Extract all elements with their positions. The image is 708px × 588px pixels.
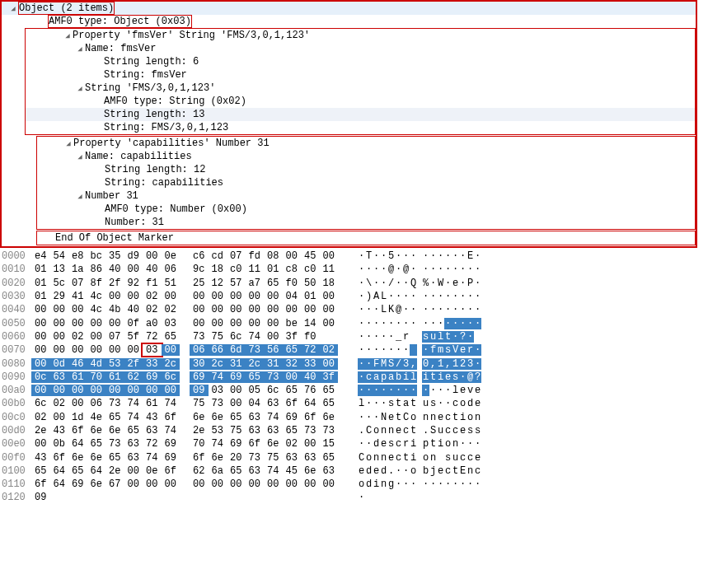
hex-byte[interactable]: 00: [227, 291, 246, 302]
hex-row[interactable]: 00d02e436f6e6e6563742e53756363657373.Con…: [0, 424, 705, 437]
hex-byte[interactable]: 00: [143, 478, 162, 490]
hex-byte[interactable]: 65: [264, 278, 283, 289]
hex-row[interactable]: 00a00000000000000000090300056c657665····…: [0, 384, 705, 397]
hex-byte[interactable]: 45: [283, 465, 302, 477]
hex-byte[interactable]: 65: [320, 452, 339, 464]
hex-byte[interactable]: 43: [143, 412, 162, 423]
hex-byte[interactable]: be: [283, 318, 302, 329]
hex-byte[interactable]: 65: [31, 465, 50, 477]
hex-byte[interactable]: 00: [50, 318, 69, 329]
hex-row[interactable]: 01106f64696e670000000000000000000000odin…: [0, 478, 705, 491]
hex-byte[interactable]: 00: [87, 318, 106, 329]
hex-byte[interactable]: 66: [209, 344, 227, 356]
hex-byte[interactable]: 03: [162, 318, 181, 329]
chevron-down-icon[interactable]: ◢: [75, 83, 85, 93]
hex-byte[interactable]: 73: [190, 331, 209, 343]
hex-byte[interactable]: 00: [162, 385, 181, 396]
hex-byte[interactable]: 6e: [190, 412, 209, 423]
hex-byte[interactable]: 65: [68, 465, 87, 477]
hex-byte[interactable]: 00: [246, 478, 265, 490]
hex-byte[interactable]: 00: [50, 344, 69, 356]
hex-byte[interactable]: 70: [190, 438, 209, 450]
hex-byte[interactable]: 6e: [87, 452, 106, 464]
hex-byte[interactable]: 74: [143, 452, 162, 464]
hex-byte[interactable]: 65: [320, 385, 339, 396]
hex-byte[interactable]: 6e: [301, 465, 320, 477]
hex-byte[interactable]: 00: [209, 304, 227, 315]
hex-byte[interactable]: 5c: [50, 278, 69, 289]
hex-byte[interactable]: 00: [320, 358, 339, 370]
hex-byte[interactable]: 08: [264, 250, 283, 262]
hex-byte[interactable]: 0f: [124, 318, 143, 329]
hex-byte[interactable]: 1d: [68, 412, 87, 423]
hex-byte[interactable]: 67: [105, 478, 124, 490]
hex-byte[interactable]: 72: [301, 344, 320, 356]
hex-byte[interactable]: 18: [209, 264, 227, 275]
hex-byte[interactable]: 00: [87, 385, 106, 396]
hex-row[interactable]: 00400000004c4b4002020000000000000000···L…: [0, 303, 705, 316]
hex-byte[interactable]: 15: [320, 438, 339, 450]
hex-byte[interactable]: 12: [209, 278, 227, 289]
hex-byte[interactable]: 69: [227, 371, 246, 383]
hex-byte[interactable]: 00: [264, 478, 283, 490]
hex-byte[interactable]: 6f: [68, 425, 87, 436]
tree-node-end[interactable]: End Of Object Marker: [37, 231, 695, 245]
hex-byte[interactable]: 6e: [68, 452, 87, 464]
hex-byte[interactable]: 00: [227, 304, 246, 315]
hex-byte[interactable]: 69: [162, 452, 181, 464]
hex-byte[interactable]: [320, 492, 339, 503]
tree-node[interactable]: AMF0 type: String (0x02): [26, 95, 695, 108]
hex-byte[interactable]: 75: [264, 452, 283, 464]
hex-byte[interactable]: 74: [124, 412, 143, 423]
hex-byte[interactable]: 63: [264, 425, 283, 436]
hex-byte[interactable]: 00: [264, 291, 283, 302]
hex-byte[interactable]: 00: [320, 291, 339, 302]
hex-row[interactable]: 0100656465642e000e6f626a656374456e63eded…: [0, 464, 705, 478]
hex-byte[interactable]: 00: [190, 478, 209, 490]
hex-byte[interactable]: 2e: [31, 425, 50, 436]
hex-byte[interactable]: 00: [105, 344, 124, 356]
hex-byte[interactable]: 9c: [190, 264, 209, 275]
tree-node-prop2-number[interactable]: ◢ Number 31: [37, 189, 695, 203]
hex-byte[interactable]: 61: [143, 398, 162, 409]
hex-byte[interactable]: 00: [87, 344, 106, 356]
hex-byte[interactable]: 6e: [87, 478, 106, 490]
hex-byte[interactable]: 11: [246, 264, 265, 275]
hex-byte[interactable]: 6c: [162, 371, 181, 383]
hex-byte[interactable]: 63: [264, 398, 283, 409]
hex-row[interactable]: 0000e454e8bc35d9000ec6cd07fd08004500·T··…: [0, 250, 705, 263]
hex-byte[interactable]: 00: [143, 250, 162, 262]
hex-byte[interactable]: 11: [320, 264, 339, 275]
hex-byte[interactable]: 8f: [87, 278, 106, 289]
hex-byte[interactable]: 65: [320, 398, 339, 409]
hex-byte[interactable]: 6a: [209, 465, 227, 477]
hex-byte[interactable]: 69: [68, 478, 87, 490]
hex-byte[interactable]: 6c: [264, 385, 283, 396]
hex-row[interactable]: 0070000000000000030006666d7356657202····…: [0, 343, 705, 357]
hex-byte[interactable]: 6e: [87, 425, 106, 436]
hex-byte[interactable]: 04: [246, 398, 265, 409]
hex-byte[interactable]: 00: [227, 478, 246, 490]
hex-byte[interactable]: 6d: [227, 344, 246, 356]
hex-byte[interactable]: 41: [68, 291, 87, 302]
tree-node-prop1-name[interactable]: ◢ Name: fmsVer: [26, 42, 695, 55]
hex-byte[interactable]: 29: [50, 291, 69, 302]
hex-byte[interactable]: 6f: [31, 478, 50, 490]
hex-byte[interactable]: 69: [143, 371, 162, 383]
hex-byte[interactable]: 07: [227, 250, 246, 262]
hex-byte[interactable]: c8: [283, 264, 302, 275]
hex-byte[interactable]: 02: [143, 291, 162, 302]
hex-byte[interactable]: 00: [124, 478, 143, 490]
hex-byte[interactable]: 56: [264, 344, 283, 356]
hex-byte[interactable]: 70: [87, 371, 106, 383]
hex-byte[interactable]: 09: [31, 492, 50, 503]
hex-byte[interactable]: 00: [124, 344, 143, 356]
hex-byte[interactable]: 4b: [105, 304, 124, 315]
hex-byte[interactable]: 2c: [209, 358, 227, 370]
hex-byte[interactable]: 4e: [87, 412, 106, 423]
hex-byte[interactable]: 3f: [320, 371, 339, 383]
chevron-down-icon[interactable]: ◢: [75, 152, 85, 161]
hex-byte[interactable]: 74: [162, 398, 181, 409]
hex-byte[interactable]: 33: [301, 358, 320, 370]
hex-byte[interactable]: 02: [143, 304, 162, 315]
